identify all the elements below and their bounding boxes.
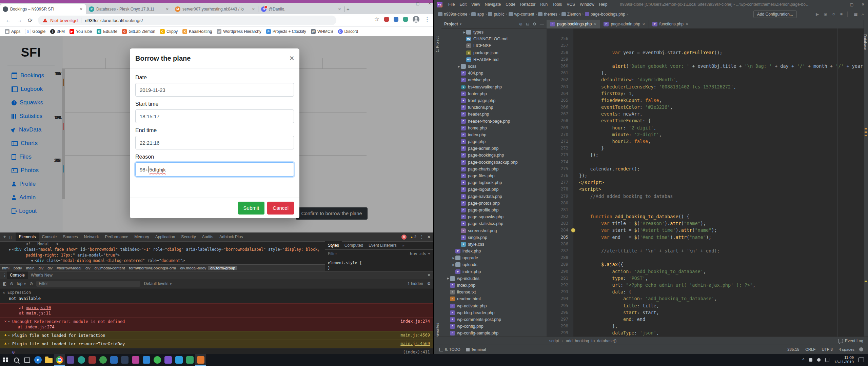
dom-breadcrumb-item[interactable]: div.modal-content xyxy=(93,266,127,270)
warning-count-badge[interactable]: ^▲ 2 xyxy=(410,235,416,239)
project-tree-item[interactable]: ▶ scss xyxy=(441,63,547,70)
more-tabs-icon[interactable]: » xyxy=(399,241,407,249)
project-tree-item[interactable]: ▶ uploads xyxy=(441,261,547,268)
modal-close-icon[interactable]: × xyxy=(290,54,294,63)
project-tree-item[interactable]: P wp-comments-post.php xyxy=(441,316,547,323)
profile-avatar[interactable] xyxy=(413,16,419,23)
whats-new-tab[interactable]: What's New xyxy=(28,271,56,279)
styles-tab[interactable]: Computed xyxy=(342,241,366,249)
menu-item[interactable]: Refactor xyxy=(518,2,538,7)
path-crumb[interactable]: app xyxy=(471,12,484,17)
project-tree-item[interactable]: P 404.php xyxy=(441,70,547,77)
chrome-menu-icon[interactable]: ⋮ xyxy=(424,16,430,23)
dom-breadcrumb-item[interactable]: main xyxy=(24,266,37,270)
remove-expression-icon[interactable]: ✕ xyxy=(3,290,5,295)
tab-close-icon[interactable]: ✕ xyxy=(337,7,342,12)
bookmark-item[interactable]: G GitLab Zlemon xyxy=(122,29,155,34)
editor-tab[interactable]: P functions.php ✕ xyxy=(649,20,692,28)
dropdown-icon[interactable]: ▼ xyxy=(459,23,462,26)
project-tree-item[interactable]: P page-logout.php xyxy=(441,186,547,193)
bookmark-item[interactable]: ▶ YouTube xyxy=(70,29,92,34)
tree-expand-icon[interactable]: ▶ xyxy=(446,277,450,280)
styles-filter-input[interactable]: Filter xyxy=(328,251,409,256)
menu-item[interactable]: View xyxy=(469,2,482,7)
close-icon[interactable]: ✕ xyxy=(428,1,431,6)
start-time-input[interactable] xyxy=(135,109,294,123)
hector-icon[interactable] xyxy=(859,347,863,351)
device-toolbar-icon[interactable]: ▯ xyxy=(9,235,12,240)
project-tree-item[interactable]: P index.php xyxy=(441,131,547,138)
project-tree-item[interactable]: P page-photos.php xyxy=(441,200,547,207)
extension-icon[interactable] xyxy=(394,17,398,22)
menu-item[interactable]: VCS xyxy=(564,2,577,7)
expand-arrow-icon[interactable]: ▼ xyxy=(31,258,35,264)
devtools-tab[interactable]: Elements xyxy=(16,232,39,241)
dom-breadcrumb-item[interactable]: form#borrowBookingsForm xyxy=(127,266,178,270)
console-sidebar-icon[interactable]: ◧ xyxy=(3,281,6,286)
dom-node[interactable]: ▼<div class="modal-dialog modal-dialog-c… xyxy=(0,258,325,264)
bookmark-item[interactable]: E Eduarte xyxy=(97,29,117,34)
stack-source-link[interactable]: main.js:10 xyxy=(26,305,51,310)
reason-input[interactable]: 98+ 5dfghjk xyxy=(135,162,294,177)
line-separator[interactable]: CRLF xyxy=(805,347,815,351)
taskbar-app[interactable] xyxy=(43,354,54,366)
task-view-button[interactable] xyxy=(22,354,33,366)
devtools-tab[interactable]: Security xyxy=(178,232,199,241)
tree-expand-icon[interactable]: ▶ xyxy=(462,31,466,34)
log-level-selector[interactable]: Default levels ▼ xyxy=(144,281,172,286)
element-style-rule[interactable]: element.style { } xyxy=(325,258,433,272)
menu-item[interactable]: File xyxy=(446,2,457,7)
console-tab[interactable]: Console xyxy=(7,271,28,279)
back-icon[interactable]: ← xyxy=(5,17,11,24)
project-tree-item[interactable]: P page-statistics.php xyxy=(441,220,547,227)
project-tree-item[interactable]: P wp-activate.php xyxy=(441,303,547,309)
styles-tab[interactable]: Styles xyxy=(325,241,342,249)
menu-item[interactable]: Window xyxy=(577,2,597,7)
dom-breadcrumb-item[interactable]: div.form-group xyxy=(208,266,237,270)
project-tree-item[interactable]: P page-profile.php xyxy=(441,207,547,214)
reload-icon[interactable]: ⟳ xyxy=(28,17,33,24)
project-tree-item[interactable]: P index.php xyxy=(441,248,547,255)
scrollbar-mark[interactable] xyxy=(865,281,867,282)
stop-icon[interactable]: ■ xyxy=(840,12,843,17)
console-menu-icon[interactable]: ⋮ xyxy=(3,273,7,278)
path-crumb[interactable]: wp-content xyxy=(509,12,534,17)
run-icon[interactable]: ▶ xyxy=(816,12,819,17)
taskbar-app[interactable] xyxy=(184,354,195,366)
devtools-tab[interactable]: Network xyxy=(81,232,102,241)
devtools-tab[interactable]: Console xyxy=(39,232,60,241)
expand-icon[interactable]: ▸ xyxy=(8,333,12,338)
project-tree-item[interactable]: P page-bookings.php xyxy=(441,152,547,159)
console-message[interactable]: ✕ ▸ Uncaught ReferenceError: module is n… xyxy=(0,317,433,331)
hide-panel-icon[interactable]: — xyxy=(540,22,544,26)
project-tree-item[interactable]: P home.php xyxy=(441,125,547,131)
search-button[interactable] xyxy=(11,354,22,366)
close-icon[interactable]: ✕ xyxy=(862,2,865,7)
search-everywhere-icon[interactable]: ⌕ xyxy=(862,12,864,17)
path-crumb[interactable]: n939sr-clone xyxy=(438,12,467,17)
editor-tab[interactable]: P page-admin.php ✕ xyxy=(600,20,649,28)
project-tree-item[interactable]: ≡ license.txt xyxy=(441,289,547,296)
maximize-icon[interactable]: ▢ xyxy=(416,1,419,6)
taskbar-app[interactable] xyxy=(152,354,163,366)
devtools-tab[interactable]: Application xyxy=(152,232,178,241)
expand-icon[interactable]: ▸ xyxy=(8,341,12,347)
message-source-link[interactable]: main.js:4569 xyxy=(400,341,430,346)
start-button[interactable] xyxy=(0,354,11,366)
project-tree-item[interactable]: C bs4navwalker.php xyxy=(441,84,547,90)
breadcrumb-scope[interactable]: script xyxy=(549,339,559,343)
menu-item[interactable]: Edit xyxy=(457,2,469,7)
security-label[interactable]: Niet beveiligd xyxy=(50,18,78,23)
project-tree-item[interactable]: P header-front-page.php xyxy=(441,118,547,124)
project-tool-tab[interactable]: 1: Project xyxy=(435,37,439,52)
locate-icon[interactable]: ⊕ xyxy=(519,22,522,26)
project-tree-item[interactable]: P wp-config-sample.php xyxy=(441,330,547,337)
debug-icon[interactable]: ◉ xyxy=(824,12,827,17)
browser-tab[interactable]: P Databases - Plesk Onyx 17.8.11 ✕ xyxy=(86,4,172,14)
taskbar-app[interactable] xyxy=(141,354,152,366)
extension-icon[interactable] xyxy=(403,17,408,22)
console-message[interactable]: ▲ ▸ Plugin file not loaded for resourceT… xyxy=(0,340,433,348)
error-count-badge[interactable]: 8 xyxy=(401,235,407,240)
project-tree-item[interactable]: ≡ LICENSE xyxy=(441,42,547,49)
devtools-tab[interactable]: Audits xyxy=(199,232,216,241)
